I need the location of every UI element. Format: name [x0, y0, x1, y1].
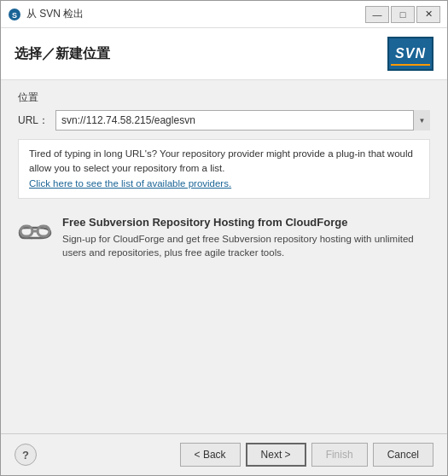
providers-link[interactable]: Click here to see the list of available …	[29, 178, 231, 189]
help-button[interactable]: ?	[15, 444, 37, 466]
window-title: 从 SVN 检出	[26, 7, 365, 21]
main-window: S 从 SVN 检出 — □ ✕ 选择／新建位置 SVN 位置 URL： ▼	[0, 0, 448, 476]
url-dropdown-button[interactable]: ▼	[413, 110, 430, 131]
next-button[interactable]: Next >	[246, 443, 306, 467]
svg-text:S: S	[12, 11, 17, 20]
cloudforge-section: Free Subversion Repository Hosting from …	[18, 216, 430, 259]
footer-left: ?	[15, 444, 37, 466]
title-bar: S 从 SVN 检出 — □ ✕	[1, 1, 447, 28]
location-label: 位置	[18, 90, 430, 105]
content-area: 位置 URL： ▼ Tired of typing in long URL's?…	[1, 80, 447, 433]
svn-logo: SVN	[387, 37, 433, 71]
close-button[interactable]: ✕	[416, 6, 440, 23]
minimize-button[interactable]: —	[365, 6, 389, 23]
maximize-button[interactable]: □	[391, 6, 415, 23]
svn-logo-text: SVN	[395, 46, 426, 61]
svn-logo-line	[391, 64, 430, 66]
window-controls: — □ ✕	[365, 6, 440, 23]
footer-right: < Back Next > Finish Cancel	[180, 443, 433, 467]
finish-button[interactable]: Finish	[311, 443, 368, 467]
cancel-button[interactable]: Cancel	[373, 443, 433, 467]
url-input-container: ▼	[55, 110, 430, 131]
cloudforge-title: Free Subversion Repository Hosting from …	[62, 216, 430, 229]
cloudforge-icon	[18, 216, 52, 247]
header-bar: 选择／新建位置 SVN	[1, 28, 447, 80]
info-text: Tired of typing in long URL's? Your repo…	[29, 148, 413, 173]
url-label: URL：	[18, 113, 49, 128]
window-icon: S	[8, 8, 21, 21]
url-row: URL： ▼	[18, 110, 430, 131]
footer: ? < Back Next > Finish Cancel	[1, 433, 447, 475]
page-title: 选择／新建位置	[15, 45, 110, 63]
back-button[interactable]: < Back	[180, 443, 241, 467]
location-section: 位置 URL： ▼	[1, 80, 447, 131]
url-input[interactable]	[55, 110, 430, 131]
cloudforge-description: Sign-up for CloudForge and get free Subv…	[62, 232, 430, 259]
info-box: Tired of typing in long URL's? Your repo…	[18, 139, 430, 199]
cloudforge-text: Free Subversion Repository Hosting from …	[62, 216, 430, 259]
